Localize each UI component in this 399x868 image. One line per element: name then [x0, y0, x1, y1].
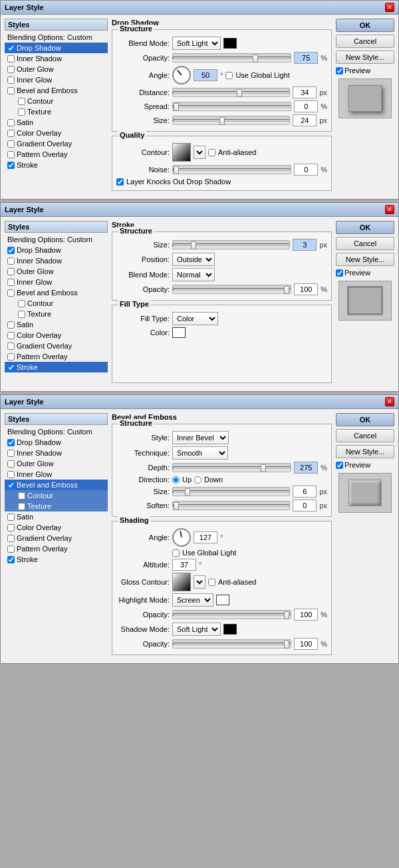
- style-item-texture-1[interactable]: Texture: [5, 106, 108, 117]
- checkbox-inner-glow-1[interactable]: [7, 76, 15, 84]
- style-item-bevel-emboss-1[interactable]: Bevel and Emboss: [5, 85, 108, 96]
- opacity-slider-1[interactable]: [172, 53, 291, 63]
- checkbox-outer-glow-1[interactable]: [7, 66, 15, 73]
- bevel-size-slider[interactable]: [172, 487, 290, 496]
- style-item-pattern-overlay-3[interactable]: Pattern Overlay: [5, 543, 108, 554]
- close-button-2[interactable]: ✕: [385, 205, 394, 214]
- style-item-texture-3[interactable]: Texture: [5, 501, 108, 511]
- contour-dropdown-1[interactable]: ▼: [194, 146, 205, 159]
- ok-button-1[interactable]: OK: [336, 19, 394, 32]
- style-item-stroke-1[interactable]: Stroke: [5, 160, 108, 170]
- direction-down-radio[interactable]: [194, 476, 201, 484]
- style-item-pattern-overlay-2[interactable]: Pattern Overlay: [5, 351, 108, 362]
- checkbox-gradient-overlay-2[interactable]: [7, 343, 15, 350]
- checkbox-pattern-overlay-1[interactable]: [7, 151, 15, 158]
- checkbox-stroke-1[interactable]: [7, 162, 15, 169]
- shading-altitude-input[interactable]: [172, 559, 196, 571]
- bevel-size-input[interactable]: [293, 486, 317, 498]
- size-input-1[interactable]: [293, 114, 317, 126]
- checkbox-contour-1[interactable]: [18, 98, 25, 105]
- checkbox-gradient-overlay-3[interactable]: [7, 535, 15, 542]
- blend-color-swatch-1[interactable]: [223, 38, 237, 49]
- spread-input-1[interactable]: [294, 100, 318, 112]
- shadow-color-swatch[interactable]: [223, 624, 237, 635]
- shadow-opacity-input[interactable]: [294, 638, 318, 650]
- fill-type-select[interactable]: Color Gradient Pattern: [172, 312, 218, 325]
- style-item-drop-shadow-3[interactable]: Drop Shadow: [5, 437, 108, 448]
- checkbox-bevel-emboss-3[interactable]: [7, 482, 15, 489]
- checkbox-texture-3[interactable]: [18, 503, 25, 510]
- checkbox-outer-glow-2[interactable]: [7, 268, 15, 275]
- checkbox-contour-2[interactable]: [18, 300, 25, 307]
- stroke-opacity-input[interactable]: [294, 283, 318, 295]
- size-slider-1[interactable]: [172, 116, 290, 125]
- bevel-soften-slider[interactable]: [172, 501, 290, 510]
- checkbox-texture-1[interactable]: [18, 108, 25, 116]
- checkbox-stroke-3[interactable]: [7, 556, 15, 563]
- stroke-position-select[interactable]: Outside Inside Center: [172, 253, 215, 266]
- style-item-inner-glow-3[interactable]: Inner Glow: [5, 469, 108, 480]
- checkbox-drop-shadow-3[interactable]: [7, 439, 15, 446]
- stroke-opacity-slider[interactable]: [172, 285, 291, 294]
- checkbox-inner-shadow-2[interactable]: [7, 257, 15, 265]
- checkbox-bevel-emboss-2[interactable]: [7, 289, 15, 297]
- anti-aliased-checkbox-1[interactable]: [208, 149, 215, 156]
- knocks-out-checkbox-1[interactable]: [116, 178, 124, 186]
- style-item-drop-shadow-1[interactable]: Drop Shadow: [5, 43, 108, 53]
- style-item-drop-shadow-2[interactable]: Drop Shadow: [5, 245, 108, 255]
- style-item-stroke-2[interactable]: Stroke: [5, 362, 108, 372]
- checkbox-contour-3[interactable]: [18, 492, 25, 500]
- bevel-depth-input[interactable]: [294, 462, 318, 474]
- checkbox-color-overlay-1[interactable]: [7, 130, 15, 137]
- checkbox-inner-shadow-3[interactable]: [7, 450, 15, 457]
- checkbox-texture-2[interactable]: [18, 311, 25, 318]
- bevel-style-select[interactable]: Inner Bevel Outer Bevel Emboss: [172, 431, 229, 444]
- style-item-inner-glow-1[interactable]: Inner Glow: [5, 74, 108, 85]
- style-item-texture-2[interactable]: Texture: [5, 309, 108, 319]
- ok-button-2[interactable]: OK: [336, 221, 394, 234]
- use-global-light-checkbox-1[interactable]: [225, 72, 233, 79]
- new-style-button-2[interactable]: New Style...: [336, 253, 394, 266]
- style-item-color-overlay-3[interactable]: Color Overlay: [5, 522, 108, 533]
- new-style-button-3[interactable]: New Style...: [336, 445, 394, 458]
- shadow-mode-select[interactable]: Soft Light Multiply: [172, 623, 221, 636]
- checkbox-stroke-2[interactable]: [7, 364, 15, 371]
- style-item-bevel-emboss-2[interactable]: Bevel and Emboss: [5, 287, 108, 298]
- checkbox-satin-1[interactable]: [7, 119, 15, 126]
- checkbox-pattern-overlay-3[interactable]: [7, 545, 15, 553]
- style-item-outer-glow-1[interactable]: Outer Glow: [5, 64, 108, 74]
- style-item-inner-shadow-2[interactable]: Inner Shadow: [5, 255, 108, 266]
- bevel-technique-select[interactable]: Smooth Chisel Hard Chisel Soft: [172, 446, 228, 460]
- close-button-3[interactable]: ✕: [385, 397, 394, 406]
- noise-input-1[interactable]: [294, 164, 318, 176]
- style-item-bevel-emboss-3[interactable]: Bevel and Emboss: [5, 480, 108, 490]
- style-item-gradient-overlay-1[interactable]: Gradient Overlay: [5, 138, 108, 149]
- style-item-outer-glow-3[interactable]: Outer Glow: [5, 458, 108, 469]
- gloss-contour-preview[interactable]: [172, 573, 191, 591]
- checkbox-drop-shadow-1[interactable]: [7, 45, 15, 52]
- style-item-contour-2[interactable]: Contour: [5, 298, 108, 309]
- close-button-1[interactable]: ✕: [385, 3, 394, 12]
- checkbox-color-overlay-3[interactable]: [7, 524, 15, 531]
- opacity-input-1[interactable]: [294, 52, 318, 64]
- cancel-button-2[interactable]: Cancel: [336, 237, 394, 250]
- angle-dial-1[interactable]: [172, 66, 191, 84]
- checkbox-bevel-emboss-1[interactable]: [7, 87, 15, 94]
- shading-angle-dial[interactable]: [169, 525, 194, 550]
- style-item-pattern-overlay-1[interactable]: Pattern Overlay: [5, 149, 108, 160]
- style-item-inner-shadow-3[interactable]: Inner Shadow: [5, 448, 108, 458]
- checkbox-gradient-overlay-1[interactable]: [7, 140, 15, 148]
- checkbox-satin-2[interactable]: [7, 321, 15, 329]
- new-style-button-1[interactable]: New Style...: [336, 51, 394, 64]
- style-item-blending-options-2[interactable]: Blending Options: Custom: [5, 234, 108, 245]
- fill-color-swatch[interactable]: [172, 327, 186, 338]
- style-item-contour-3[interactable]: Contour: [5, 490, 108, 501]
- style-item-blending-options-1[interactable]: Blending Options: Custom: [5, 32, 108, 43]
- stroke-size-slider[interactable]: [172, 240, 290, 249]
- cancel-button-1[interactable]: Cancel: [336, 35, 394, 48]
- ok-button-3[interactable]: OK: [336, 413, 394, 426]
- checkbox-pattern-overlay-2[interactable]: [7, 353, 15, 361]
- style-item-satin-2[interactable]: Satin: [5, 319, 108, 330]
- direction-up-radio[interactable]: [172, 476, 180, 484]
- checkbox-inner-glow-2[interactable]: [7, 279, 15, 286]
